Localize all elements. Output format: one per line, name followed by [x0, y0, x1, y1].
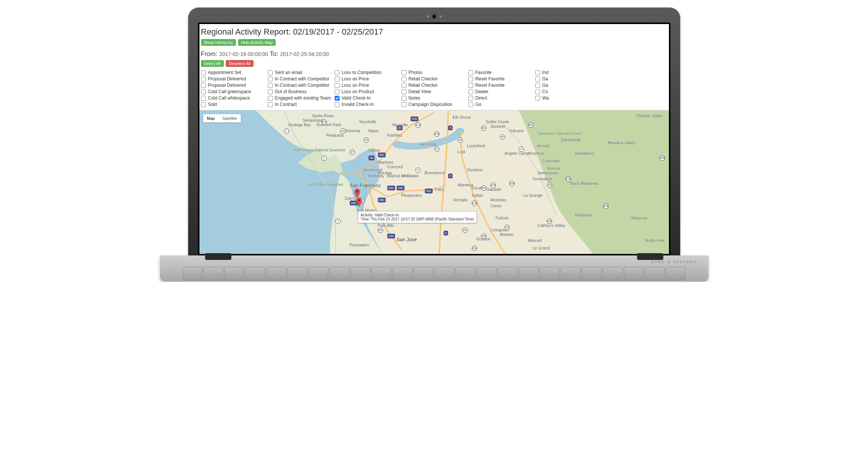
map-pin[interactable]	[356, 198, 362, 207]
filter-item[interactable]: Loss to Competition	[335, 70, 400, 75]
state-route-shield: 84	[378, 228, 383, 233]
filter-checkbox[interactable]	[468, 77, 473, 82]
filter-checkbox[interactable]	[268, 89, 273, 94]
city-label: Jamestown	[537, 171, 559, 175]
filter-checkbox[interactable]	[268, 70, 273, 75]
filter-checkbox[interactable]	[201, 89, 206, 94]
filter-checkbox[interactable]	[468, 89, 473, 94]
filter-item[interactable]: Valid Check-In	[335, 95, 400, 101]
city-label: Sonora	[547, 166, 560, 171]
city-label: Buck Meadows	[570, 181, 598, 186]
filter-label: Ind	[542, 70, 549, 75]
filter-item[interactable]: Proposal Delivered	[201, 76, 266, 82]
filter-checkbox[interactable]	[402, 77, 406, 82]
select-all-button[interactable]: Select All	[201, 60, 224, 67]
park-label: Gulf of the Farallones	[307, 183, 343, 187]
filter-checkbox[interactable]	[201, 83, 206, 88]
filter-item[interactable]: Loss on Product	[335, 89, 400, 94]
filter-checkbox[interactable]	[335, 96, 340, 101]
filter-checkbox[interactable]	[402, 102, 406, 107]
filter-item[interactable]: Retail Checkin	[402, 83, 467, 88]
filter-checkbox[interactable]	[335, 70, 340, 75]
filter-item[interactable]	[602, 76, 667, 82]
map-type-satellite[interactable]: Satellite	[219, 114, 241, 122]
filter-item[interactable]	[602, 95, 667, 101]
filter-item[interactable]: Campaign Disposition	[402, 102, 467, 107]
filter-item[interactable]: Co	[535, 89, 601, 94]
filter-item[interactable]: Loss on Price	[335, 76, 400, 82]
map-type-control[interactable]: Map Satellite	[203, 114, 241, 122]
filter-item[interactable]: Cold Call greenspace	[201, 89, 266, 94]
filter-item[interactable]: Photos	[402, 70, 467, 75]
filter-item[interactable]: Proposal Delivered	[201, 83, 266, 88]
filter-item[interactable]: Go	[468, 102, 534, 107]
filter-checkbox[interactable]	[468, 83, 473, 88]
filter-checkbox[interactable]	[201, 96, 206, 101]
filter-item[interactable]: Sent an email	[268, 70, 333, 75]
filter-item[interactable]: Detail View	[402, 89, 467, 94]
show-hierarchy-button[interactable]: Show Hierarchy	[201, 39, 236, 46]
filter-checkbox[interactable]	[335, 77, 340, 82]
filter-item[interactable]: Ga	[535, 76, 601, 82]
filter-item[interactable]: Engaged with existing Team	[268, 95, 333, 101]
filter-item[interactable]: In Contract	[268, 102, 333, 107]
filter-checkbox[interactable]	[201, 77, 206, 82]
filter-checkbox[interactable]	[468, 70, 473, 75]
filter-item[interactable]: In Contract with Competitor	[268, 76, 333, 82]
hide-activity-map-button[interactable]: Hide Activity Map	[238, 39, 276, 46]
filter-checkbox[interactable]	[468, 96, 473, 101]
filter-item[interactable]: Sold	[201, 102, 266, 107]
filter-checkbox[interactable]	[201, 70, 206, 75]
filter-checkbox[interactable]	[335, 102, 340, 107]
filter-checkbox[interactable]	[268, 77, 273, 82]
filter-checkbox[interactable]	[402, 89, 406, 94]
filter-item[interactable]: Dealer	[468, 89, 534, 94]
filter-item[interactable]	[602, 89, 667, 94]
filter-checkbox[interactable]	[535, 70, 540, 75]
hierarchy-toolbar: Show Hierarchy Hide Activity Map	[199, 39, 669, 49]
filter-checkbox[interactable]	[468, 102, 473, 107]
filter-item[interactable]: Ind	[535, 70, 601, 75]
filter-item[interactable]	[602, 83, 667, 88]
filter-checkbox[interactable]	[535, 96, 540, 101]
filter-checkbox[interactable]	[201, 102, 206, 107]
filter-item[interactable]: Cold Call whitespace	[201, 95, 266, 101]
map-pin[interactable]	[354, 189, 360, 198]
google-logo: Google	[202, 254, 217, 254]
city-label: San Francisco	[350, 183, 381, 188]
filter-item[interactable]: Ga	[535, 83, 601, 88]
filter-checkbox[interactable]	[535, 89, 540, 94]
filter-item[interactable]	[535, 102, 601, 107]
filter-checkbox[interactable]	[402, 83, 406, 88]
map-infowindow[interactable]: Activity: Valid Check-In Time: Thu Feb 2…	[358, 211, 477, 223]
filter-checkbox[interactable]	[402, 70, 406, 75]
map-area[interactable]: Map Satellite Google Activity: Valid Che…	[199, 110, 669, 254]
filter-checkbox[interactable]	[335, 89, 340, 94]
filter-item[interactable]: Reset Favorite	[468, 83, 534, 88]
city-label: Modesto	[491, 198, 506, 202]
filter-item[interactable]: In Contract with Competitor	[268, 83, 333, 88]
map-type-map[interactable]: Map	[203, 114, 219, 122]
filter-item[interactable]: Favorite	[468, 70, 534, 75]
filter-item[interactable]: Notes	[402, 95, 467, 101]
filter-checkbox[interactable]	[268, 96, 273, 101]
filter-checkbox[interactable]	[535, 77, 540, 82]
filter-item[interactable]: Wa	[535, 95, 601, 101]
filter-item[interactable]: Out of Business	[268, 89, 333, 94]
filter-item[interactable]	[602, 70, 667, 75]
filter-item[interactable]: Loss on Price	[335, 83, 400, 88]
filter-checkbox[interactable]	[268, 83, 273, 88]
filter-label: Cold Call greenspace	[208, 89, 251, 94]
filter-checkbox[interactable]	[535, 83, 540, 88]
filter-item[interactable]: Reset Favorite	[468, 76, 534, 82]
filter-item[interactable]: Appointment Set	[201, 70, 266, 75]
filter-item[interactable]: Retail Checkin	[402, 76, 467, 82]
city-label: Vernalis	[453, 198, 468, 202]
filter-item[interactable]: Invalid Check-In	[335, 102, 400, 107]
filter-checkbox[interactable]	[402, 96, 406, 101]
deselect-all-button[interactable]: Deselect All	[226, 60, 253, 67]
filter-checkbox[interactable]	[268, 102, 273, 107]
filter-item[interactable]	[602, 102, 667, 107]
filter-item[interactable]: Direct	[468, 95, 534, 101]
filter-checkbox[interactable]	[335, 83, 340, 88]
